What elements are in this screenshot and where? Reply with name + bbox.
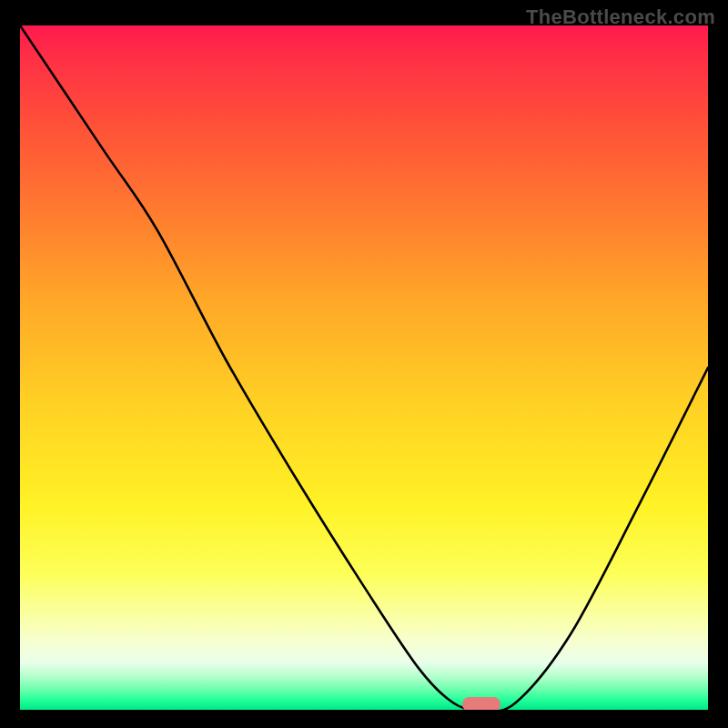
bottleneck-curve [20,25,708,710]
watermark-text: TheBottleneck.com [526,5,715,29]
plot-area [20,25,708,710]
optimum-marker [462,697,500,710]
curve-path [20,25,708,710]
chart-frame: TheBottleneck.com [0,0,728,728]
